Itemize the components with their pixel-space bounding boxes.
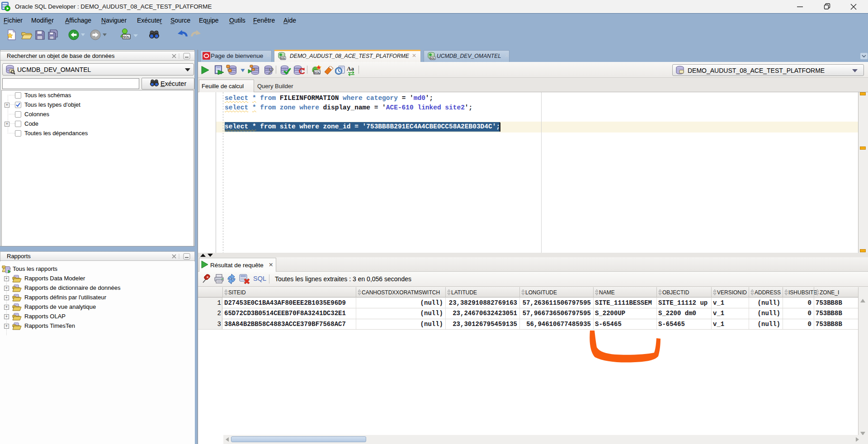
svg-text:SOL: SOL xyxy=(314,71,320,74)
svg-text:SOL: SOL xyxy=(430,57,435,60)
svg-text:SOL: SOL xyxy=(280,57,286,60)
svg-text:SOL: SOL xyxy=(123,35,130,38)
svg-text:Aa: Aa xyxy=(347,65,354,72)
